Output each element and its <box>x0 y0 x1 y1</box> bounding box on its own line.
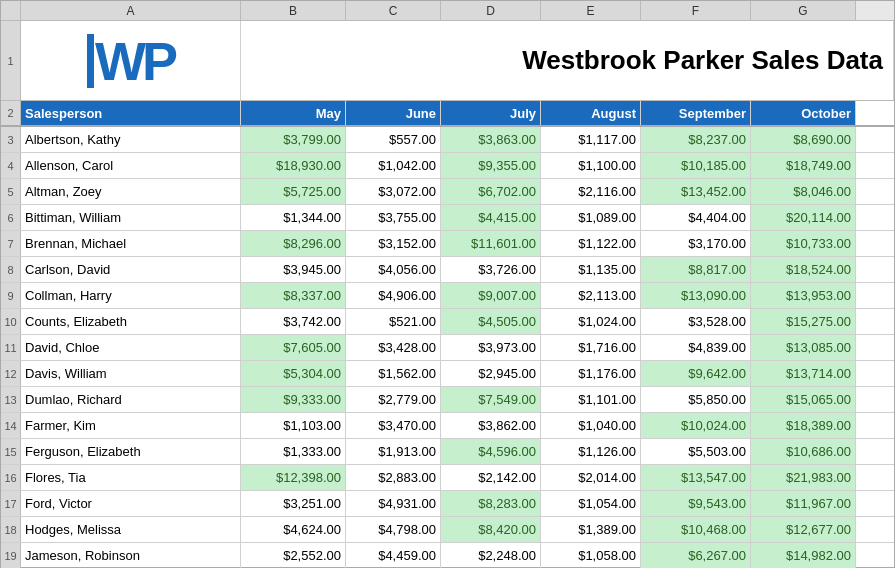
cell-name: Dumlao, Richard <box>21 387 241 412</box>
cell-june: $4,459.00 <box>346 543 441 568</box>
row-number: 15 <box>1 439 21 464</box>
cell-may: $3,742.00 <box>241 309 346 334</box>
cell-june: $2,883.00 <box>346 465 441 490</box>
table-row: 8Carlson, David$3,945.00$4,056.00$3,726.… <box>1 257 894 283</box>
cell-june: $521.00 <box>346 309 441 334</box>
cell-name: Collman, Harry <box>21 283 241 308</box>
cell-july: $6,702.00 <box>441 179 541 204</box>
row-number: 17 <box>1 491 21 516</box>
cell-name: Jameson, Robinson <box>21 543 241 568</box>
cell-may: $3,945.00 <box>241 257 346 282</box>
row-number: 8 <box>1 257 21 282</box>
cell-may: $2,552.00 <box>241 543 346 568</box>
cell-name: Brennan, Michael <box>21 231 241 256</box>
cell-june: $3,072.00 <box>346 179 441 204</box>
header-july: July <box>441 101 541 125</box>
cell-name: Carlson, David <box>21 257 241 282</box>
table-row: 4Allenson, Carol$18,930.00$1,042.00$9,35… <box>1 153 894 179</box>
cell-june: $1,042.00 <box>346 153 441 178</box>
table-row: 11David, Chloe$7,605.00$3,428.00$3,973.0… <box>1 335 894 361</box>
spreadsheet: A B C D E F G 1 WP Westbrook Parker Sale… <box>0 0 895 568</box>
cell-sep: $4,839.00 <box>641 335 751 360</box>
row-number: 19 <box>1 543 21 568</box>
header-salesperson: Salesperson <box>21 101 241 125</box>
cell-aug: $1,101.00 <box>541 387 641 412</box>
cell-june: $3,755.00 <box>346 205 441 230</box>
cell-sep: $10,468.00 <box>641 517 751 542</box>
cell-aug: $1,716.00 <box>541 335 641 360</box>
spreadsheet-title: Westbrook Parker Sales Data <box>522 45 883 76</box>
cell-may: $12,398.00 <box>241 465 346 490</box>
cell-oct: $8,046.00 <box>751 179 856 204</box>
table-row: 7Brennan, Michael$8,296.00$3,152.00$11,6… <box>1 231 894 257</box>
cell-aug: $1,176.00 <box>541 361 641 386</box>
cell-june: $557.00 <box>346 127 441 152</box>
row-number: 3 <box>1 127 21 152</box>
title-row: 1 WP Westbrook Parker Sales Data <box>1 21 894 101</box>
column-label-row: 2 Salesperson May June July August Septe… <box>1 101 894 127</box>
cell-june: $4,931.00 <box>346 491 441 516</box>
cell-sep: $4,404.00 <box>641 205 751 230</box>
col-header-b: B <box>241 1 346 20</box>
cell-may: $8,337.00 <box>241 283 346 308</box>
cell-oct: $11,967.00 <box>751 491 856 516</box>
row-number: 13 <box>1 387 21 412</box>
cell-june: $4,906.00 <box>346 283 441 308</box>
table-row: 3Albertson, Kathy$3,799.00$557.00$3,863.… <box>1 127 894 153</box>
row-number: 9 <box>1 283 21 308</box>
cell-aug: $1,054.00 <box>541 491 641 516</box>
cell-july: $3,973.00 <box>441 335 541 360</box>
cell-oct: $13,714.00 <box>751 361 856 386</box>
col-header-g: G <box>751 1 856 20</box>
cell-aug: $1,135.00 <box>541 257 641 282</box>
cell-aug: $1,389.00 <box>541 517 641 542</box>
cell-may: $18,930.00 <box>241 153 346 178</box>
cell-sep: $6,267.00 <box>641 543 751 568</box>
cell-july: $2,142.00 <box>441 465 541 490</box>
row-number: 11 <box>1 335 21 360</box>
cell-name: Ford, Victor <box>21 491 241 516</box>
cell-oct: $10,686.00 <box>751 439 856 464</box>
table-row: 16Flores, Tia$12,398.00$2,883.00$2,142.0… <box>1 465 894 491</box>
cell-sep: $3,528.00 <box>641 309 751 334</box>
cell-july: $3,726.00 <box>441 257 541 282</box>
row-number: 4 <box>1 153 21 178</box>
cell-june: $2,779.00 <box>346 387 441 412</box>
cell-june: $1,913.00 <box>346 439 441 464</box>
cell-june: $1,562.00 <box>346 361 441 386</box>
cell-july: $4,505.00 <box>441 309 541 334</box>
cell-name: David, Chloe <box>21 335 241 360</box>
cell-sep: $13,547.00 <box>641 465 751 490</box>
cell-aug: $1,122.00 <box>541 231 641 256</box>
col-header-d: D <box>441 1 541 20</box>
cell-oct: $15,275.00 <box>751 309 856 334</box>
cell-july: $3,862.00 <box>441 413 541 438</box>
cell-name: Bittiman, William <box>21 205 241 230</box>
cell-oct: $14,982.00 <box>751 543 856 568</box>
table-row: 15Ferguson, Elizabeth$1,333.00$1,913.00$… <box>1 439 894 465</box>
table-row: 19Jameson, Robinson$2,552.00$4,459.00$2,… <box>1 543 894 568</box>
cell-name: Albertson, Kathy <box>21 127 241 152</box>
cell-may: $1,333.00 <box>241 439 346 464</box>
table-row: 13Dumlao, Richard$9,333.00$2,779.00$7,54… <box>1 387 894 413</box>
row-number: 16 <box>1 465 21 490</box>
table-row: 12Davis, William$5,304.00$1,562.00$2,945… <box>1 361 894 387</box>
table-row: 9Collman, Harry$8,337.00$4,906.00$9,007.… <box>1 283 894 309</box>
cell-sep: $10,024.00 <box>641 413 751 438</box>
cell-sep: $3,170.00 <box>641 231 751 256</box>
cell-july: $9,355.00 <box>441 153 541 178</box>
cell-name: Ferguson, Elizabeth <box>21 439 241 464</box>
cell-oct: $8,690.00 <box>751 127 856 152</box>
data-rows: 3Albertson, Kathy$3,799.00$557.00$3,863.… <box>1 127 894 568</box>
cell-name: Farmer, Kim <box>21 413 241 438</box>
cell-sep: $13,452.00 <box>641 179 751 204</box>
cell-aug: $1,040.00 <box>541 413 641 438</box>
cell-june: $3,152.00 <box>346 231 441 256</box>
cell-june: $3,428.00 <box>346 335 441 360</box>
title-cell: Westbrook Parker Sales Data <box>241 21 894 100</box>
cell-july: $3,863.00 <box>441 127 541 152</box>
row-num-1: 1 <box>1 21 21 100</box>
cell-oct: $15,065.00 <box>751 387 856 412</box>
table-row: 5Altman, Zoey$5,725.00$3,072.00$6,702.00… <box>1 179 894 205</box>
cell-june: $4,056.00 <box>346 257 441 282</box>
